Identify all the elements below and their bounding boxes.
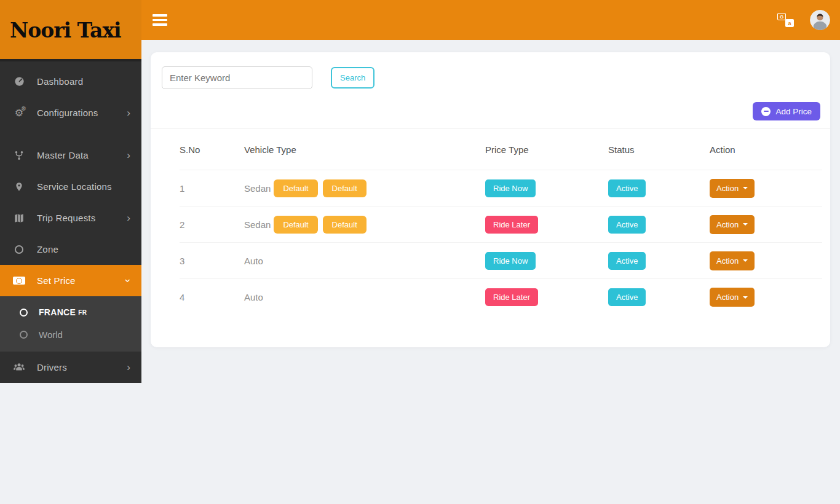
circle-icon [12, 245, 26, 254]
price-type-badge: Ride Later [485, 216, 538, 234]
table-row: 3AutoRide NowActiveAction [180, 243, 822, 279]
cell-price-type: Ride Later [485, 288, 608, 306]
cell-vehicle-type: Auto [244, 292, 485, 302]
sidebar-item-label: Master Data [37, 150, 89, 160]
translate-back-glyph: G [777, 13, 786, 20]
vehicle-type-label: Sedan [244, 183, 271, 194]
action-dropdown-button[interactable]: Action [710, 215, 755, 234]
sidebar-item-service-locations[interactable]: Service Locations [0, 171, 141, 202]
translate-icon[interactable]: G a [777, 13, 794, 27]
sidebar-item-set-price[interactable]: Set Price › [0, 265, 141, 296]
sidebar: Noori Taxi Dashboard ⚙⚙ Configurations ›… [0, 0, 141, 383]
cell-sno: 1 [180, 183, 244, 194]
table-row: 2SedanDefaultDefaultRide LaterActiveActi… [180, 207, 822, 243]
sidebar-item-label: Zone [37, 244, 58, 254]
vehicle-type-label: Auto [244, 256, 263, 266]
cell-sno: 3 [180, 256, 244, 266]
column-header-status: Status [608, 144, 710, 155]
sidebar-item-label: Drivers [37, 362, 67, 372]
code-branch-icon [12, 150, 26, 161]
topbar: G a [141, 0, 840, 40]
search-button[interactable]: Search [331, 67, 374, 89]
map-icon [12, 213, 26, 224]
vehicle-type-label: Auto [244, 292, 263, 302]
gears-icon: ⚙⚙ [12, 108, 26, 118]
cell-sno: 2 [180, 219, 244, 230]
action-dropdown-button[interactable]: Action [710, 288, 755, 307]
submenu-item-label: World [39, 329, 63, 340]
price-type-badge: Ride Now [485, 179, 536, 197]
sidebar-item-trip-requests[interactable]: Trip Requests › [0, 202, 141, 234]
table-row: 4AutoRide LaterActiveAction [180, 279, 822, 315]
radio-circle-icon [20, 331, 28, 339]
default-badge: Default [274, 179, 317, 197]
money-bill-icon [12, 277, 26, 285]
addprice-row: Add Price [151, 102, 830, 120]
table-row: 1SedanDefaultDefaultRide NowActiveAction [180, 170, 822, 207]
cell-sno: 4 [180, 292, 244, 302]
sidebar-item-drivers[interactable]: Drivers › [0, 352, 141, 383]
cell-action: Action [710, 179, 822, 198]
column-header-price-type: Price Type [485, 144, 608, 155]
sidebar-item-label: Trip Requests [37, 213, 95, 223]
cell-vehicle-type: SedanDefaultDefault [244, 216, 485, 234]
sidebar-item-zone[interactable]: Zone [0, 234, 141, 265]
default-badge: Default [274, 216, 317, 234]
cell-price-type: Ride Now [485, 179, 608, 197]
country-code-tag: FR [78, 309, 87, 316]
submenu-item-world[interactable]: World [0, 323, 141, 345]
cell-status: Active [608, 179, 710, 197]
dashboard-gauge-icon [12, 76, 26, 87]
user-avatar[interactable] [810, 10, 830, 30]
cell-action: Action [710, 251, 822, 270]
price-table: S.No Vehicle Type Price Type Status Acti… [151, 129, 830, 315]
add-price-icon [761, 107, 771, 116]
chevron-right-icon: › [127, 150, 130, 160]
sidebar-item-label: Dashboard [37, 76, 83, 87]
users-icon [12, 362, 26, 372]
sidebar-item-dashboard[interactable]: Dashboard [0, 66, 141, 97]
cell-price-type: Ride Now [485, 252, 608, 270]
cell-price-type: Ride Later [485, 216, 608, 234]
vehicle-type-label: Sedan [244, 219, 271, 230]
price-type-badge: Ride Now [485, 252, 536, 270]
status-badge: Active [608, 252, 646, 270]
chevron-right-icon: › [127, 362, 130, 372]
cell-vehicle-type: SedanDefaultDefault [244, 179, 485, 197]
caret-down-icon [743, 223, 748, 226]
sidebar-item-label: Service Locations [37, 181, 112, 192]
sidebar-item-configurations[interactable]: ⚙⚙ Configurations › [0, 97, 141, 128]
status-badge: Active [608, 179, 646, 197]
cell-status: Active [608, 252, 710, 270]
brand-logo: Noori Taxi [10, 18, 141, 42]
search-input[interactable] [162, 66, 312, 89]
map-pin-icon [12, 181, 26, 192]
default-badge: Default [323, 216, 367, 234]
action-dropdown-button[interactable]: Action [710, 251, 755, 270]
price-type-badge: Ride Later [485, 288, 538, 306]
status-badge: Active [608, 216, 646, 234]
add-price-label: Add Price [775, 107, 812, 116]
translate-front-glyph: a [785, 19, 794, 27]
set-price-submenu: FRANCE FR World [0, 296, 141, 352]
column-header-vehicle-type: Vehicle Type [244, 144, 485, 155]
submenu-item-france[interactable]: FRANCE FR [0, 301, 141, 323]
cell-status: Active [608, 288, 710, 306]
cell-vehicle-type: Auto [244, 256, 485, 266]
column-header-action: Action [710, 144, 822, 155]
status-badge: Active [608, 288, 646, 306]
cell-status: Active [608, 216, 710, 234]
table-header-row: S.No Vehicle Type Price Type Status Acti… [180, 129, 822, 170]
radio-circle-icon [20, 309, 28, 317]
table-body: 1SedanDefaultDefaultRide NowActiveAction… [180, 170, 822, 315]
add-price-button[interactable]: Add Price [753, 102, 820, 120]
cell-action: Action [710, 215, 822, 234]
content-card: Search Add Price S.No Vehicle Type Price… [151, 52, 830, 347]
submenu-item-label: FRANCE [39, 307, 76, 317]
hamburger-menu-icon[interactable] [153, 12, 167, 28]
logo-block: Noori Taxi [0, 0, 141, 61]
sidebar-item-master-data[interactable]: Master Data › [0, 140, 141, 171]
column-header-sno: S.No [180, 144, 244, 155]
action-dropdown-button[interactable]: Action [710, 179, 755, 198]
default-badge: Default [323, 179, 367, 197]
